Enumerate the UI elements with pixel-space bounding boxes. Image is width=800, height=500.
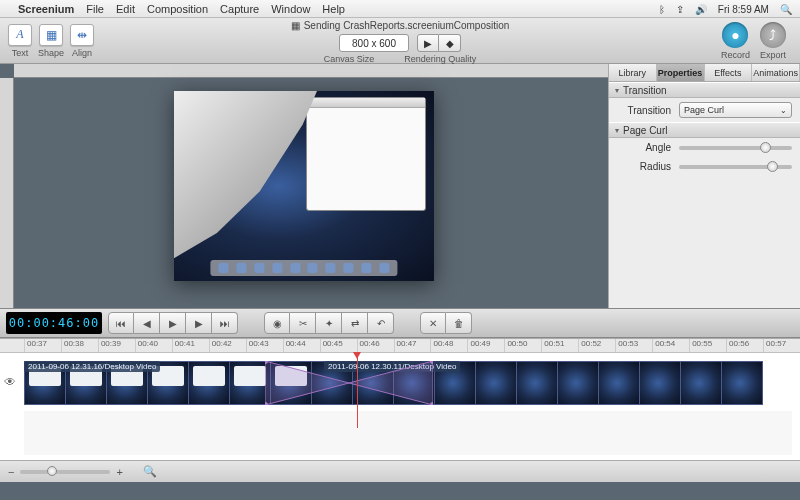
preview-window — [306, 97, 426, 211]
tab-effects[interactable]: Effects — [705, 64, 753, 81]
track-area[interactable]: 👁 2011-09-06 12.31.16/Desktop Video 2011… — [0, 353, 800, 460]
zoom-out-button[interactable]: − — [8, 466, 14, 478]
preview-dock — [210, 260, 397, 276]
rendering-quality-label: Rendering Quality — [404, 54, 476, 64]
rendering-quality-segmented[interactable]: ▶ ◆ — [417, 34, 461, 52]
menubar-status: ᛒ ⇪ 🔊 Fri 8:59 AM 🔍 — [651, 3, 792, 15]
zoom-slider[interactable] — [20, 470, 110, 474]
go-start-button[interactable]: ⏮ — [108, 312, 134, 334]
play-button[interactable]: ▶ — [160, 312, 186, 334]
undo-button[interactable]: ↶ — [368, 312, 394, 334]
clip-thumbnail[interactable] — [721, 361, 763, 405]
document-title: ▦ Sending CrashReports.screeniumComposit… — [291, 20, 510, 31]
bluetooth-icon[interactable]: ᛒ — [659, 4, 665, 15]
step-forward-button[interactable]: ▶ — [186, 312, 212, 334]
clip-thumbnail[interactable] — [229, 361, 271, 405]
page-curl-effect — [174, 91, 317, 258]
volume-icon[interactable]: 🔊 — [695, 4, 707, 15]
zoom-fit-button[interactable]: 🔍 — [143, 465, 157, 478]
tab-library[interactable]: Library — [609, 64, 657, 81]
time-ruler[interactable]: 00:3700:3800:3900:4000:4100:4200:4300:44… — [0, 339, 800, 353]
video-track-1[interactable]: 2011-09-06 12.31.16/Desktop Video 2011-0… — [24, 361, 762, 405]
app-menu[interactable]: Screenium — [18, 3, 74, 15]
canvas-size-label: Canvas Size — [324, 54, 375, 64]
clip-1-label: 2011-09-06 12.31.16/Desktop Video — [24, 361, 160, 372]
section-transition[interactable]: Transition — [609, 82, 800, 98]
split-button[interactable]: ✂ — [290, 312, 316, 334]
align-tool-button[interactable]: ⇹ — [70, 24, 94, 46]
clock[interactable]: Fri 8:59 AM — [718, 4, 769, 15]
menu-file[interactable]: File — [86, 3, 104, 15]
track-visibility-icon[interactable]: 👁 — [4, 375, 16, 389]
menu-edit[interactable]: Edit — [116, 3, 135, 15]
clip-thumbnail[interactable] — [516, 361, 558, 405]
align-tool-label: Align — [72, 48, 92, 58]
vertical-ruler — [0, 78, 14, 308]
delete-controls: ✕ 🗑 — [420, 312, 472, 334]
timeline: 00:3700:3800:3900:4000:4100:4200:4300:44… — [0, 338, 800, 482]
quality-high-button[interactable]: ◆ — [439, 34, 461, 52]
quality-low-button[interactable]: ▶ — [417, 34, 439, 52]
clip-thumbnail[interactable] — [270, 361, 312, 405]
tab-animations[interactable]: Animations — [752, 64, 800, 81]
transition-select[interactable]: Page Curl — [679, 102, 792, 118]
export-button[interactable]: ⤴ — [760, 22, 786, 48]
clip-thumbnail[interactable] — [475, 361, 517, 405]
section-pagecurl[interactable]: Page Curl — [609, 122, 800, 138]
wifi-icon[interactable]: ⇪ — [676, 4, 684, 15]
record-label: Record — [721, 50, 750, 60]
angle-slider[interactable] — [679, 146, 792, 150]
go-end-button[interactable]: ⏭ — [212, 312, 238, 334]
zoom-in-button[interactable]: + — [116, 466, 122, 478]
video-track-2[interactable] — [24, 411, 792, 455]
playback-controls: ⏮ ◀ ▶ ▶ ⏭ — [108, 312, 238, 334]
record-indicator-button[interactable]: ◉ — [264, 312, 290, 334]
canvas-preview[interactable] — [174, 91, 434, 281]
radius-label: Radius — [617, 161, 671, 172]
canvas-size-field[interactable]: 800 x 600 — [339, 34, 409, 52]
step-back-button[interactable]: ◀ — [134, 312, 160, 334]
transport-bar: 00:00:46:00 ⏮ ◀ ▶ ▶ ⏭ ◉ ✂ ✦ ⇄ ↶ ✕ 🗑 — [0, 308, 800, 338]
transition-field-label: Transition — [617, 105, 671, 116]
document-icon: ▦ — [291, 20, 300, 31]
os-menubar: Screenium File Edit Composition Capture … — [0, 0, 800, 18]
text-tool-button[interactable]: A — [8, 24, 32, 46]
playhead[interactable] — [357, 353, 358, 428]
clip-thumbnail[interactable] — [680, 361, 722, 405]
edit-controls: ◉ ✂ ✦ ⇄ ↶ — [264, 312, 394, 334]
trash-button[interactable]: 🗑 — [446, 312, 472, 334]
canvas-area[interactable] — [0, 64, 608, 308]
menu-composition[interactable]: Composition — [147, 3, 208, 15]
menu-help[interactable]: Help — [322, 3, 345, 15]
horizontal-ruler — [14, 64, 608, 78]
clip-thumbnail[interactable] — [557, 361, 599, 405]
app-toolbar: A Text ▦ Shape ⇹ Align ▦ Sending CrashRe… — [0, 18, 800, 64]
zoom-bar: − + 🔍 — [0, 460, 800, 482]
menu-window[interactable]: Window — [271, 3, 310, 15]
inspector-panel: Library Properties Effects Animations Tr… — [608, 64, 800, 308]
radius-slider[interactable] — [679, 165, 792, 169]
clip-thumbnail[interactable] — [598, 361, 640, 405]
tab-properties[interactable]: Properties — [657, 64, 705, 81]
link-button[interactable]: ⇄ — [342, 312, 368, 334]
export-label: Export — [760, 50, 786, 60]
clip-thumbnail[interactable] — [188, 361, 230, 405]
timecode-display: 00:00:46:00 — [6, 312, 102, 334]
shape-tool-label: Shape — [38, 48, 64, 58]
record-button[interactable]: ● — [722, 22, 748, 48]
menu-capture[interactable]: Capture — [220, 3, 259, 15]
text-tool-label: Text — [12, 48, 29, 58]
angle-label: Angle — [617, 142, 671, 153]
shape-tool-button[interactable]: ▦ — [39, 24, 63, 46]
spotlight-icon[interactable]: 🔍 — [780, 4, 792, 15]
clip-2-label: 2011-09-06 12.30.11/Desktop Video — [324, 361, 460, 372]
remove-button[interactable]: ✕ — [420, 312, 446, 334]
marker-button[interactable]: ✦ — [316, 312, 342, 334]
clip-thumbnail[interactable] — [639, 361, 681, 405]
